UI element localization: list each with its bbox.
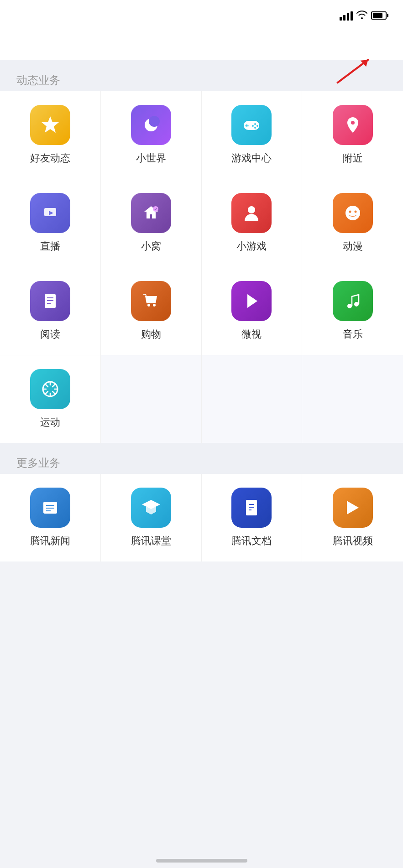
app-icon-sport	[30, 369, 70, 409]
app-label-sport: 运动	[40, 416, 60, 429]
grid-row-dynamic-1: 直播小窝小游戏动漫	[0, 179, 403, 267]
grid-item-weishi[interactable]: 微视	[202, 267, 303, 355]
grid-item-nearby[interactable]: 附近	[302, 91, 403, 179]
svg-point-4	[149, 116, 160, 127]
wifi-icon	[356, 10, 367, 21]
grid-item-nest[interactable]: 小窝	[101, 179, 202, 267]
grid-row-dynamic-3: 运动	[0, 355, 403, 443]
app-icon-music	[333, 281, 373, 321]
svg-point-9	[256, 125, 258, 127]
section-dynamic: 动态业务好友动态小世界游戏中心附近直播小窝小游戏动漫阅读购物微视音乐运动	[0, 60, 403, 443]
app-label-music: 音乐	[343, 327, 363, 341]
svg-point-26	[354, 302, 359, 307]
grid-item-friend[interactable]: 好友动态	[0, 91, 101, 179]
grid-item-anime[interactable]: 动漫	[302, 179, 403, 267]
app-icon-read	[30, 281, 70, 321]
svg-point-22	[147, 304, 150, 307]
grid-item-empty	[101, 355, 202, 443]
app-label-game: 游戏中心	[231, 151, 272, 165]
section-label-more: 更多业务	[0, 450, 403, 474]
app-label-anime: 动漫	[343, 239, 363, 253]
app-icon-news	[30, 488, 70, 528]
svg-point-13	[153, 206, 158, 212]
svg-point-10	[254, 127, 256, 129]
grid-item-game[interactable]: 游戏中心	[202, 91, 303, 179]
app-icon-live	[30, 193, 70, 233]
svg-point-15	[345, 206, 360, 220]
app-icon-game	[231, 105, 272, 145]
app-label-news: 腾讯新闻	[30, 534, 70, 548]
app-label-world: 小世界	[136, 151, 166, 165]
app-icon-world	[131, 105, 171, 145]
app-label-shop: 购物	[141, 327, 161, 341]
back-button[interactable]	[15, 40, 22, 47]
status-bar	[0, 0, 403, 27]
svg-point-16	[349, 211, 351, 213]
svg-marker-24	[247, 294, 257, 308]
grid-item-news[interactable]: 腾讯新闻	[0, 474, 101, 561]
app-label-video: 腾讯视频	[333, 534, 373, 548]
app-label-friend: 好友动态	[30, 151, 70, 165]
grid-row-dynamic-0: 好友动态小世界游戏中心附近	[0, 91, 403, 179]
section-label-dynamic: 动态业务	[0, 68, 403, 91]
app-label-class: 腾讯课堂	[131, 534, 171, 548]
svg-point-8	[254, 123, 256, 125]
grid-item-empty	[302, 355, 403, 443]
svg-point-11	[252, 125, 254, 127]
grid-dynamic: 好友动态小世界游戏中心附近直播小窝小游戏动漫阅读购物微视音乐运动	[0, 91, 403, 443]
app-icon-weishi	[231, 281, 272, 321]
app-label-doc: 腾讯文档	[231, 534, 272, 548]
app-icon-nest	[131, 193, 171, 233]
nav-bar	[0, 27, 403, 60]
grid-item-live[interactable]: 直播	[0, 179, 101, 267]
svg-point-17	[354, 211, 356, 213]
grid-item-doc[interactable]: 腾讯文档	[202, 474, 303, 561]
grid-item-world[interactable]: 小世界	[101, 91, 202, 179]
grid-item-read[interactable]: 阅读	[0, 267, 101, 355]
grid-item-music[interactable]: 音乐	[302, 267, 403, 355]
svg-rect-7	[245, 125, 249, 126]
section-more: 更多业务腾讯新闻腾讯课堂腾讯文档腾讯视频	[0, 443, 403, 561]
sections-container: 动态业务好友动态小世界游戏中心附近直播小窝小游戏动漫阅读购物微视音乐运动更多业务…	[0, 60, 403, 561]
grid-item-empty	[202, 355, 303, 443]
app-label-minigame: 小游戏	[236, 239, 267, 253]
grid-item-minigame[interactable]: 小游戏	[202, 179, 303, 267]
bottom-space	[0, 561, 403, 835]
app-label-live: 直播	[40, 239, 60, 253]
grid-row-more-0: 腾讯新闻腾讯课堂腾讯文档腾讯视频	[0, 474, 403, 561]
app-icon-video	[333, 488, 373, 528]
svg-point-23	[153, 304, 156, 307]
battery-icon	[371, 11, 387, 20]
app-label-nearby: 附近	[343, 151, 363, 165]
svg-point-25	[347, 304, 352, 308]
app-icon-anime	[333, 193, 373, 233]
app-icon-friend	[30, 105, 70, 145]
status-icons	[340, 10, 387, 21]
app-icon-shop	[131, 281, 171, 321]
grid-more: 腾讯新闻腾讯课堂腾讯文档腾讯视频	[0, 474, 403, 561]
app-label-read: 阅读	[40, 327, 60, 341]
grid-item-shop[interactable]: 购物	[101, 267, 202, 355]
signal-icon	[340, 10, 353, 21]
grid-row-dynamic-2: 阅读购物微视音乐	[0, 267, 403, 355]
app-icon-nearby	[333, 105, 373, 145]
grid-item-class[interactable]: 腾讯课堂	[101, 474, 202, 561]
app-icon-minigame	[231, 193, 272, 233]
app-label-nest: 小窝	[141, 239, 161, 253]
svg-marker-2	[42, 116, 59, 133]
svg-point-14	[248, 206, 255, 213]
home-indicator	[156, 859, 247, 863]
app-icon-class	[131, 488, 171, 528]
app-label-weishi: 微视	[241, 327, 262, 341]
grid-item-video[interactable]: 腾讯视频	[302, 474, 403, 561]
app-icon-doc	[231, 488, 272, 528]
grid-item-sport[interactable]: 运动	[0, 355, 101, 443]
svg-marker-36	[347, 501, 359, 515]
